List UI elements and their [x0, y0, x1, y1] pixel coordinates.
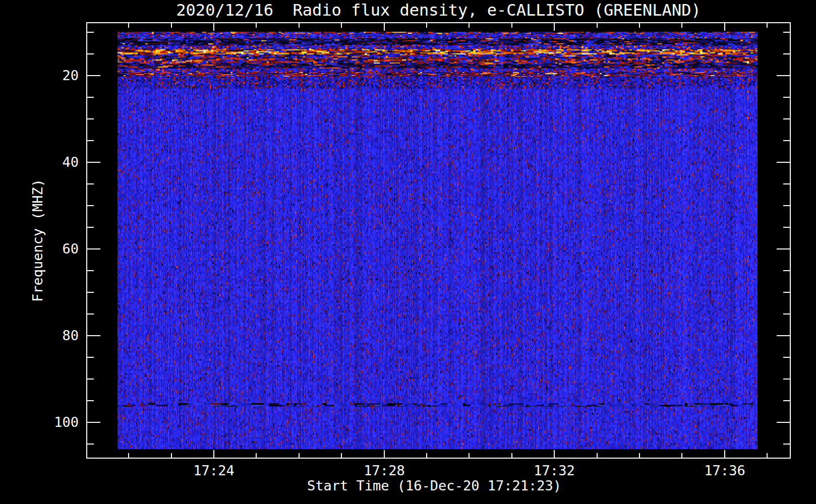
tick-mark: [87, 292, 94, 293]
tick-mark: [341, 23, 342, 28]
tick-mark: [777, 422, 790, 423]
tick-mark: [426, 453, 427, 458]
tick-mark: [384, 450, 385, 458]
tick-mark: [384, 23, 385, 31]
tick-mark: [783, 400, 790, 401]
tick-mark: [783, 227, 790, 228]
tick-mark: [87, 400, 94, 401]
tick-mark: [469, 23, 470, 28]
tick-mark: [597, 23, 598, 28]
x-tick-label: 17:32: [519, 463, 590, 479]
tick-mark: [299, 23, 300, 28]
tick-mark: [87, 32, 94, 33]
tick-mark: [87, 140, 94, 141]
tick-mark: [87, 205, 94, 206]
tick-mark: [87, 97, 94, 98]
tick-mark: [87, 422, 100, 423]
tick-mark: [724, 23, 725, 31]
tick-mark: [256, 23, 257, 28]
tick-mark: [87, 444, 94, 445]
tick-mark: [777, 75, 790, 76]
tick-mark: [783, 32, 790, 33]
tick-mark: [128, 23, 129, 28]
tick-mark: [783, 444, 790, 445]
tick-mark: [783, 357, 790, 358]
x-tick-label: 17:28: [349, 463, 420, 479]
y-tick-label: 40: [18, 154, 79, 170]
tick-mark: [724, 450, 725, 458]
tick-mark: [597, 453, 598, 458]
tick-mark: [87, 357, 94, 358]
y-tick-label: 100: [18, 414, 79, 430]
tick-mark: [511, 453, 512, 458]
tick-mark: [87, 270, 94, 271]
tick-mark: [87, 248, 100, 249]
tick-mark: [777, 162, 790, 163]
y-axis-label: Frequency (MHZ): [30, 179, 45, 302]
tick-mark: [87, 75, 100, 76]
tick-mark: [341, 453, 342, 458]
tick-mark: [87, 335, 100, 336]
tick-mark: [299, 453, 300, 458]
tick-mark: [639, 453, 640, 458]
y-tick-label: 60: [18, 241, 79, 257]
tick-mark: [767, 23, 768, 28]
tick-mark: [783, 53, 790, 54]
tick-mark: [171, 453, 172, 458]
tick-mark: [783, 379, 790, 380]
tick-mark: [777, 335, 790, 336]
tick-mark: [767, 453, 768, 458]
tick-mark: [554, 450, 555, 458]
tick-mark: [783, 205, 790, 206]
tick-mark: [426, 23, 427, 28]
tick-mark: [783, 118, 790, 119]
tick-mark: [87, 162, 100, 163]
tick-mark: [681, 453, 682, 458]
tick-mark: [87, 53, 94, 54]
x-axis-label: Start Time (16-Dec-20 17:21:23): [283, 477, 586, 494]
tick-mark: [128, 453, 129, 458]
tick-mark: [213, 450, 214, 458]
tick-mark: [783, 97, 790, 98]
tick-mark: [87, 227, 94, 228]
tick-mark: [87, 118, 94, 119]
tick-mark: [639, 23, 640, 28]
tick-mark: [783, 270, 790, 271]
spectrogram-figure: 2020/12/16 Radio flux density, e-CALLIST…: [0, 0, 816, 504]
y-tick-label: 20: [18, 68, 79, 84]
tick-mark: [783, 292, 790, 293]
tick-mark: [87, 379, 94, 380]
chart-title: 2020/12/16 Radio flux density, e-CALLIST…: [86, 0, 791, 20]
tick-mark: [87, 313, 94, 314]
x-tick-label: 17:36: [689, 463, 760, 479]
tick-mark: [256, 453, 257, 458]
tick-mark: [213, 23, 214, 31]
tick-mark: [783, 313, 790, 314]
spectrogram-canvas: [118, 32, 757, 449]
tick-mark: [171, 23, 172, 28]
tick-mark: [681, 23, 682, 28]
tick-mark: [783, 140, 790, 141]
tick-mark: [777, 248, 790, 249]
y-tick-label: 80: [18, 328, 79, 344]
x-tick-label: 17:24: [179, 463, 249, 479]
tick-mark: [554, 23, 555, 31]
tick-mark: [783, 183, 790, 184]
tick-mark: [87, 183, 94, 184]
tick-mark: [511, 23, 512, 28]
tick-mark: [469, 453, 470, 458]
